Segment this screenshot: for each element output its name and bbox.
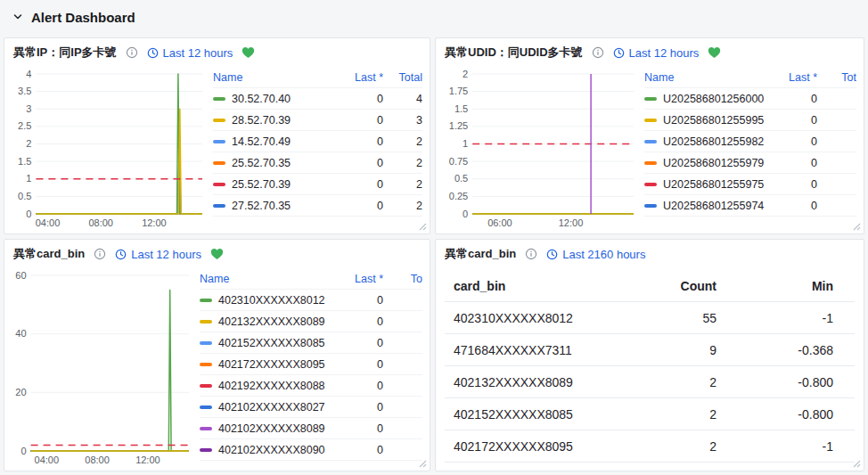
legend-series-name[interactable]: 28.52.70.39	[213, 114, 337, 127]
legend-row: U2025868012559820	[644, 131, 856, 152]
table-cell: -1	[717, 439, 846, 454]
svg-text:12:00: 12:00	[559, 217, 584, 228]
time-range-label: Last 12 hours	[163, 46, 233, 60]
series-color-swatch	[213, 204, 225, 208]
svg-text:0: 0	[20, 446, 26, 456]
panel-title[interactable]: 異常card_bin	[445, 246, 516, 262]
series-color-swatch	[213, 183, 225, 186]
legend-series-name[interactable]: 402172XXXXXX8095	[200, 358, 337, 371]
legend-col-name[interactable]: Name	[644, 71, 771, 84]
svg-text:2: 2	[26, 138, 31, 149]
data-table: card_binCountMin402310XXXXXX801255-14716…	[443, 268, 856, 467]
clock-icon	[147, 47, 159, 59]
svg-text:0.5: 0.5	[454, 173, 468, 184]
legend-series-name[interactable]: 30.52.70.40	[213, 93, 337, 105]
table-column-header[interactable]: card_bin	[454, 279, 583, 293]
time-range-label: Last 12 hours	[131, 248, 201, 261]
legend-series-name[interactable]: U202586801255995	[644, 114, 771, 127]
panel-title[interactable]: 異常UDID：同UDID多卡號	[445, 45, 583, 61]
time-series-chart[interactable]: 00.250.50.7511.251.51.75206:0012:00	[443, 67, 639, 230]
series-label: U202586801255982	[663, 135, 764, 148]
legend-last-value: 0	[771, 114, 817, 127]
legend-row: 27.52.70.3502	[213, 195, 422, 217]
dashboard-title: Alert Dashboard	[31, 10, 135, 25]
chevron-down-icon[interactable]	[12, 12, 23, 22]
info-icon[interactable]	[126, 46, 138, 59]
legend-row: U2025868012559790	[644, 152, 856, 174]
legend-row: U2025868012559950	[644, 110, 856, 131]
time-range-link[interactable]: Last 2160 hours	[546, 248, 645, 261]
legend-row: 402152XXXXXX80850	[200, 332, 422, 354]
legend-col-total[interactable]: Total	[383, 71, 422, 84]
panel-title[interactable]: 異常IP：同IP多卡號	[13, 45, 117, 61]
time-series-chart[interactable]: 020406004:0008:0012:00	[12, 268, 194, 467]
table-column-header[interactable]: Count	[583, 279, 717, 293]
legend-series-name[interactable]: U202586801256000	[644, 93, 771, 105]
series-label: 25.52.70.39	[232, 178, 291, 191]
time-range-link[interactable]: Last 12 hours	[613, 46, 700, 60]
legend-last-value: 0	[337, 380, 383, 392]
resize-handle-icon[interactable]	[853, 460, 861, 468]
panel-title[interactable]: 異常card_bin	[13, 246, 85, 262]
info-icon[interactable]	[94, 248, 106, 260]
legend-series-name[interactable]: 402102XXXXXX8089	[200, 422, 337, 435]
legend-series-name[interactable]: 402102XXXXXX8027	[200, 401, 337, 414]
svg-text:04:00: 04:00	[35, 455, 60, 465]
panel-abnormal-cardbin-table: 異常card_bin Last 2160 hours card_binCount…	[435, 239, 864, 471]
legend-row: U2025868012559740	[644, 195, 856, 217]
legend-series-name[interactable]: 27.52.70.35	[213, 200, 337, 212]
svg-text:2: 2	[463, 69, 468, 79]
series-label: U202586801256000	[663, 93, 764, 105]
time-range-link[interactable]: Last 12 hours	[115, 248, 201, 261]
series-label: 30.52.70.40	[232, 93, 291, 105]
heart-icon	[210, 248, 224, 260]
resize-handle-icon[interactable]	[853, 223, 861, 231]
svg-text:1: 1	[26, 173, 31, 184]
legend-series-name[interactable]: U202586801255982	[644, 135, 771, 148]
table-cell: 2	[583, 407, 717, 422]
resize-handle-icon[interactable]	[419, 460, 427, 468]
info-icon[interactable]	[592, 46, 604, 59]
legend-series-name[interactable]: U202586801255979	[644, 157, 771, 169]
legend-series-name[interactable]: 14.52.70.49	[213, 135, 337, 148]
time-series-chart[interactable]: 00.511.522.533.5404:0008:0012:00	[12, 67, 208, 230]
legend-series-name[interactable]: 402102XXXXXX8090	[200, 444, 337, 456]
resize-handle-icon[interactable]	[419, 223, 427, 231]
legend-series-name[interactable]: 25.52.70.39	[213, 178, 337, 191]
info-icon[interactable]	[525, 248, 537, 260]
legend-series-name[interactable]: 402192XXXXXX8088	[200, 380, 337, 392]
legend-col-name[interactable]: Name	[213, 71, 337, 84]
table-row: 402152XXXXXX80852-0.800	[445, 398, 855, 430]
legend-table: NameLast *Total30.52.70.400428.52.70.390…	[208, 67, 422, 230]
panel-header: 異常card_bin Last 12 hours	[4, 240, 430, 268]
heart-icon	[708, 46, 721, 59]
table-cell: 402172XXXXXX8095	[454, 439, 583, 454]
legend-total-value: 4	[383, 93, 422, 105]
dashboard-row-header[interactable]: Alert Dashboard	[0, 0, 868, 34]
svg-text:0: 0	[463, 209, 468, 219]
legend-col-last[interactable]: Last *	[337, 273, 383, 285]
legend-col-total[interactable]: Tot	[817, 71, 856, 84]
legend-col-last[interactable]: Last *	[337, 71, 383, 84]
legend-last-value: 0	[337, 337, 383, 349]
legend-series-name[interactable]: U202586801255975	[644, 178, 771, 191]
svg-text:0.25: 0.25	[449, 191, 468, 201]
legend-series-name[interactable]: 402310XXXXXX8012	[200, 294, 337, 307]
table-column-header[interactable]: Min	[717, 279, 846, 293]
legend-series-name[interactable]: 25.52.70.35	[213, 157, 337, 169]
legend-col-name[interactable]: Name	[200, 273, 337, 285]
svg-text:1: 1	[463, 138, 468, 149]
series-label: 402102XXXXXX8089	[218, 422, 325, 435]
table-cell: 471684XXXXXX7311	[454, 343, 583, 357]
legend-col-last[interactable]: Last *	[771, 71, 817, 84]
legend-series-name[interactable]: U202586801255974	[644, 200, 771, 212]
legend-header-row: NameLast *Total	[213, 67, 422, 88]
legend-series-name[interactable]: 402132XXXXXX8089	[200, 315, 337, 328]
series-label: U202586801255974	[663, 200, 764, 212]
legend-last-value: 0	[337, 315, 383, 328]
table-cell: 402310XXXXXX8012	[454, 311, 583, 325]
legend-col-total[interactable]: To	[383, 273, 422, 285]
legend-series-name[interactable]: 402152XXXXXX8085	[200, 337, 337, 349]
time-range-link[interactable]: Last 12 hours	[147, 46, 233, 60]
legend-last-value: 0	[337, 135, 383, 148]
